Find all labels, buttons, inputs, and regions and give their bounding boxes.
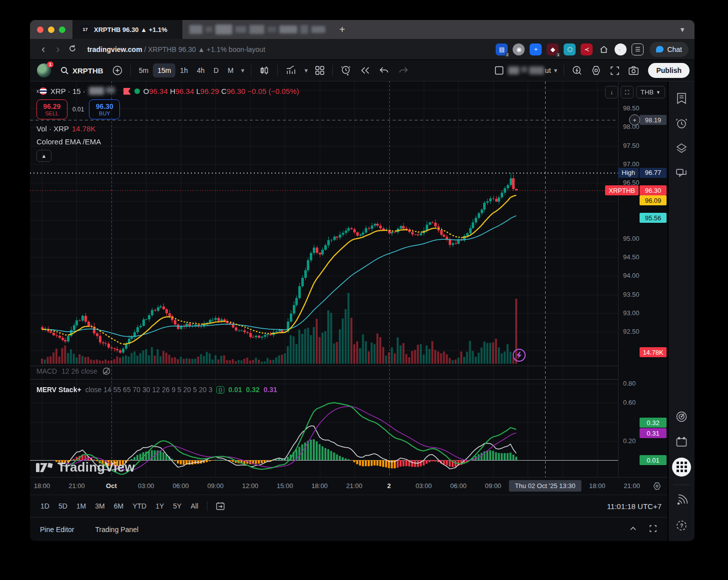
source-code-icon[interactable]: {}: [216, 386, 224, 394]
forward-button[interactable]: ›: [50, 44, 65, 55]
active-tab[interactable]: 17 XRPTHB 96.30 ▲ +1.1%: [72, 20, 182, 39]
ema-legend[interactable]: Colored EMA /EMA: [36, 137, 101, 146]
screener-gauge-icon[interactable]: [672, 407, 692, 427]
timeframe-1h[interactable]: 1h: [175, 63, 192, 77]
screenshot-camera-icon[interactable]: [624, 63, 643, 78]
scroll-to-latest-icon[interactable]: ↓: [605, 86, 618, 98]
time-tick: 12:00: [242, 482, 258, 490]
extension-share-icon[interactable]: ≺: [581, 43, 593, 55]
minimize-window-button[interactable]: [48, 26, 54, 33]
range-1m[interactable]: 1M: [72, 499, 90, 513]
user-avatar[interactable]: 1: [37, 63, 51, 77]
chat-rooms-icon[interactable]: [672, 164, 692, 183]
reload-button[interactable]: [68, 44, 76, 54]
timeframe-4h[interactable]: 4h: [192, 63, 209, 77]
merv-tick: 0.60: [623, 399, 636, 406]
chart-canvas[interactable]: [30, 81, 618, 477]
range-ytd[interactable]: YTD: [128, 499, 151, 513]
go-to-date-icon[interactable]: [211, 499, 229, 514]
range-5d[interactable]: 5D: [54, 499, 72, 513]
range-5y[interactable]: 5Y: [168, 499, 186, 513]
layout-name-blurred[interactable]: [508, 66, 544, 74]
back-button[interactable]: ‹: [36, 44, 50, 55]
object-tree-layers-icon[interactable]: [672, 138, 692, 158]
indicators-chevron-icon[interactable]: ▼: [301, 67, 311, 73]
range-1y[interactable]: 1Y: [151, 499, 168, 513]
legend-collapse-button[interactable]: ▲: [36, 150, 51, 162]
maximize-panel-icon[interactable]: [649, 524, 658, 535]
indicators-icon[interactable]: [281, 62, 301, 78]
timeframe-chevron-icon[interactable]: ▼: [238, 67, 247, 73]
extension-line-icon[interactable]: ◉: [513, 43, 525, 55]
buy-button[interactable]: 96.30BUY: [89, 99, 120, 119]
range-all[interactable]: All: [186, 499, 203, 513]
trading-panel-tab[interactable]: Trading Panel: [95, 526, 138, 534]
close-window-button[interactable]: [37, 26, 43, 33]
chart-style-candles-icon[interactable]: [255, 62, 274, 78]
market-clock[interactable]: 11:01:18 UTC+7: [607, 502, 662, 511]
undo-icon[interactable]: [375, 63, 394, 77]
price-tick: 98.50: [623, 104, 640, 112]
extension-docs-icon[interactable]: ▤2: [496, 43, 508, 55]
timeframe-15m[interactable]: 15m: [153, 63, 175, 77]
macd-legend[interactable]: MACD12 26 close: [36, 367, 111, 376]
save-layout-icon[interactable]: [490, 63, 508, 78]
range-3m[interactable]: 3M: [90, 499, 109, 513]
price-axis[interactable]: 98.5098.0097.5097.0096.5095.0094.5094.00…: [618, 81, 668, 477]
sell-button[interactable]: 96.29SELL: [36, 99, 67, 119]
right-sidebar: ?: [668, 81, 695, 541]
new-tab-button[interactable]: +: [332, 20, 352, 39]
merv-legend[interactable]: MERV Stack+ close 14 55 65 70 30 12 26 9…: [36, 386, 277, 394]
layout-grid-icon[interactable]: [311, 63, 329, 78]
eye-off-icon[interactable]: [102, 367, 111, 376]
compare-add-icon[interactable]: [108, 62, 127, 78]
extension-link-icon[interactable]: ⬡: [564, 43, 576, 55]
flag-symbol-icon[interactable]: [123, 88, 131, 95]
time-tick: 21:00: [346, 482, 363, 490]
extension-plus-icon[interactable]: ＋: [530, 43, 542, 55]
expand-panel-chevron-icon[interactable]: [629, 524, 638, 535]
replay-icon[interactable]: [356, 63, 375, 78]
symbol-search-button[interactable]: XRPTHB: [56, 63, 108, 78]
time-axis-settings-icon[interactable]: [653, 482, 662, 493]
maximize-pane-icon[interactable]: ⛶: [621, 86, 634, 98]
currency-selector[interactable]: THB▼: [636, 86, 665, 98]
calendar-icon[interactable]: [672, 432, 692, 452]
redo-icon[interactable]: [394, 63, 413, 77]
alert-add-icon[interactable]: [336, 62, 356, 79]
chat-button[interactable]: Chat: [650, 42, 689, 57]
layout-chevron-icon[interactable]: ▼: [551, 67, 561, 73]
time-tick: 09:00: [485, 482, 502, 490]
quick-search-icon[interactable]: [568, 62, 587, 78]
timeframe-M[interactable]: M: [223, 63, 238, 77]
merv-tick: 0.20: [623, 437, 636, 445]
browser-tab-bar: 17 XRPTHB 96.30 ▲ +1.1% + ▼: [30, 20, 695, 39]
blurred-tab[interactable]: [182, 20, 332, 39]
alerts-clock-icon[interactable]: [672, 113, 692, 133]
settings-icon[interactable]: [587, 62, 606, 78]
timeframe-D[interactable]: D: [209, 63, 223, 77]
publish-button[interactable]: Publish: [648, 63, 690, 78]
address-bar[interactable]: tradingview.com / XRPTHB 96.30 ▲ +1.1% b…: [87, 45, 265, 53]
time-axis[interactable]: 18:0021:00Oct03:0006:0009:0012:0015:0018…: [30, 477, 668, 495]
zoom-window-button[interactable]: [59, 26, 65, 33]
range-6m[interactable]: 6M: [109, 499, 128, 513]
help-icon[interactable]: ?: [672, 516, 692, 536]
home-icon[interactable]: [598, 43, 610, 55]
extension-bubble-icon[interactable]: ﹅: [615, 43, 627, 55]
tab-overview-chevron-icon[interactable]: ▼: [670, 20, 695, 39]
volume-legend[interactable]: Vol · XRP14.78K: [36, 124, 96, 133]
extension-shield-icon[interactable]: ◆1: [547, 43, 559, 55]
watchlist-icon[interactable]: [672, 88, 692, 108]
data-feed-broadcast-icon[interactable]: [672, 491, 692, 511]
pine-editor-tab[interactable]: Pine Editor: [40, 526, 74, 534]
window-controls: [30, 20, 72, 39]
symbol-legend[interactable]: x XRP · 15 · O96.34 H96.34 L96.29 C96.30…: [36, 87, 299, 95]
reader-mode-icon[interactable]: ☰: [632, 43, 644, 55]
timeframe-5m[interactable]: 5m: [134, 63, 153, 77]
event-marker-lightning-icon[interactable]: [513, 349, 526, 362]
alert-price-label: 98.19: [640, 115, 667, 125]
range-1d[interactable]: 1D: [36, 499, 54, 513]
fullscreen-icon[interactable]: [606, 63, 624, 78]
apps-menu-icon[interactable]: [672, 457, 692, 477]
